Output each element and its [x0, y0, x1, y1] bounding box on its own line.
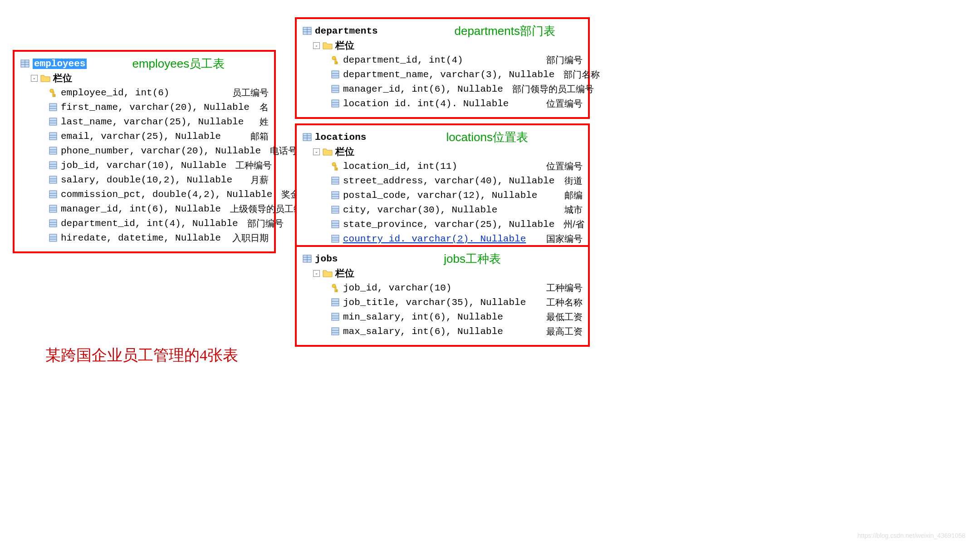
field-row[interactable]: min_salary, int(6), Nullable最低工资: [330, 310, 583, 323]
field-row[interactable]: max_salary, int(6), Nullable最高工资: [330, 325, 583, 338]
field-definition: country id. varchar(2). Nullable: [343, 234, 526, 244]
field-definition: department_id, int(4): [343, 55, 463, 65]
field-row[interactable]: department_name, varchar(3), Nullable部门名…: [330, 68, 583, 81]
column-icon: [48, 218, 58, 228]
field-definition: employee_id, int(6): [61, 88, 169, 98]
field-definition: commission_pct, double(4,2), Nullable: [61, 189, 272, 200]
field-description: 员工编号: [223, 87, 269, 99]
column-icon: [48, 102, 58, 112]
folder-label: 栏位: [335, 39, 354, 52]
columns-folder[interactable]: - 栏位: [313, 145, 583, 158]
field-row[interactable]: hiredate, datetime, Nullable入职日期: [48, 231, 269, 244]
fields-container: location_id, int(11)位置编号street_address, …: [302, 160, 583, 245]
field-description: 工种编号: [226, 159, 272, 172]
table-row[interactable]: jobs jobs工种表: [302, 252, 583, 265]
field-definition: location_id, int(11): [343, 161, 457, 172]
field-definition: city, varchar(30), Nullable: [343, 205, 497, 215]
field-row[interactable]: job_id, varchar(10)工种编号: [330, 281, 583, 294]
field-description: 最高工资: [537, 325, 583, 338]
column-icon: [330, 326, 340, 336]
field-row[interactable]: city, varchar(30), Nullable城市: [330, 203, 583, 216]
field-row[interactable]: location id. int(4). Nullable位置编号: [330, 97, 583, 110]
box-title: departments部门表: [454, 23, 555, 39]
table-icon: [20, 59, 30, 69]
field-description: 工种编号: [537, 282, 583, 294]
field-row[interactable]: job_id, varchar(10), Nullable工种编号: [48, 159, 269, 172]
field-definition: postal_code, varchar(12), Nullable: [343, 190, 537, 201]
field-row[interactable]: department_id, int(4), Nullable部门编号: [48, 217, 269, 230]
field-definition: first_name, varchar(20), Nullable: [61, 102, 250, 113]
field-row[interactable]: first_name, varchar(20), Nullable名: [48, 101, 269, 113]
field-row[interactable]: street_address, varchar(40), Nullable街道: [330, 174, 583, 187]
column-icon: [330, 234, 340, 244]
field-definition: location id. int(4). Nullable: [343, 98, 509, 109]
column-icon: [48, 189, 58, 199]
table-icon: [302, 26, 312, 36]
field-row[interactable]: employee_id, int(6)员工编号: [48, 86, 269, 99]
table-name: jobs: [315, 254, 338, 264]
field-row[interactable]: commission_pct, double(4,2), Nullable奖金率: [48, 188, 269, 201]
field-definition: manager_id, int(6), Nullable: [61, 204, 221, 214]
field-row[interactable]: last_name, varchar(25), Nullable姓: [48, 115, 269, 128]
toggle-icon[interactable]: -: [31, 75, 38, 82]
field-description: 邮编: [555, 189, 583, 202]
table-name: employees: [33, 59, 87, 69]
box-title: jobs工种表: [444, 251, 501, 267]
field-row[interactable]: postal_code, varchar(12), Nullable邮编: [330, 189, 583, 202]
columns-folder[interactable]: - 栏位: [31, 72, 269, 84]
field-row[interactable]: state_province, varchar(25), Nullable州/省: [330, 218, 583, 231]
box-title: employees员工表: [132, 56, 225, 72]
field-description: 工种名称: [537, 296, 583, 309]
field-row[interactable]: country id. varchar(2). Nullable国家编号: [330, 232, 583, 245]
field-definition: job_id, varchar(10), Nullable: [61, 160, 226, 171]
toggle-icon[interactable]: -: [313, 42, 320, 49]
primary-key-icon: [330, 161, 340, 171]
locations-box: locations locations位置表 - 栏位 location_id,…: [295, 123, 590, 254]
field-description: 邮箱: [241, 130, 269, 143]
primary-key-icon: [330, 283, 340, 293]
field-row[interactable]: job_title, varchar(35), Nullable工种名称: [330, 296, 583, 309]
columns-folder[interactable]: - 栏位: [313, 267, 583, 280]
columns-folder[interactable]: - 栏位: [313, 39, 583, 52]
column-icon: [330, 205, 340, 215]
jobs-box: jobs jobs工种表 - 栏位 job_id, varchar(10)工种编…: [295, 245, 590, 347]
folder-label: 栏位: [335, 267, 354, 280]
field-description: 月薪: [241, 174, 269, 186]
folder-icon: [323, 40, 333, 50]
toggle-icon[interactable]: -: [313, 270, 320, 277]
field-description: 国家编号: [537, 233, 583, 245]
column-icon: [330, 84, 340, 94]
column-icon: [48, 175, 58, 185]
folder-icon: [323, 147, 333, 157]
field-definition: street_address, varchar(40), Nullable: [343, 176, 554, 186]
primary-key-icon: [330, 55, 340, 65]
table-row[interactable]: employees employees员工表: [20, 57, 269, 70]
field-row[interactable]: manager_id, int(6), Nullable部门领导的员工编号: [330, 83, 583, 95]
field-row[interactable]: manager_id, int(6), Nullable上级领导的员工编号: [48, 202, 269, 215]
field-row[interactable]: phone_number, varchar(20), Nullable电话号码: [48, 144, 269, 157]
departments-box: departments departments部门表 - 栏位 departme…: [295, 17, 590, 119]
table-row[interactable]: locations locations位置表: [302, 131, 583, 143]
field-definition: phone_number, varchar(20), Nullable: [61, 146, 261, 156]
folder-label: 栏位: [53, 72, 72, 84]
field-definition: department_name, varchar(3), Nullable: [343, 69, 554, 80]
column-icon: [330, 98, 340, 108]
field-description: 名: [250, 101, 269, 113]
field-row[interactable]: location_id, int(11)位置编号: [330, 160, 583, 172]
field-row[interactable]: salary, double(10,2), Nullable月薪: [48, 173, 269, 186]
folder-label: 栏位: [335, 145, 354, 158]
field-row[interactable]: department_id, int(4)部门编号: [330, 54, 583, 66]
field-definition: hiredate, datetime, Nullable: [61, 233, 221, 243]
column-icon: [330, 69, 340, 79]
toggle-icon[interactable]: -: [313, 148, 320, 155]
field-row[interactable]: email, varchar(25), Nullable邮箱: [48, 130, 269, 143]
field-description: 部门编号: [537, 54, 583, 66]
field-definition: last_name, varchar(25), Nullable: [61, 117, 244, 127]
watermark: https://blog.csdn.net/weixin_43691058: [858, 532, 965, 539]
employees-box: employees employees员工表 - 栏位 employee_id,…: [13, 50, 276, 253]
folder-icon: [40, 73, 50, 83]
table-row[interactable]: departments departments部门表: [302, 25, 583, 37]
column-icon: [330, 190, 340, 200]
field-definition: min_salary, int(6), Nullable: [343, 312, 503, 322]
column-icon: [330, 312, 340, 322]
